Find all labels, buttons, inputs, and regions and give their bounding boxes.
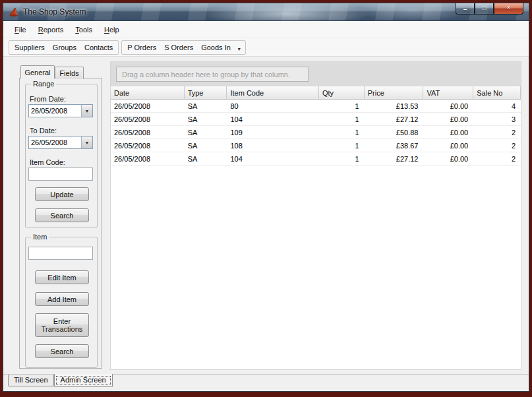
tab-general[interactable]: General (20, 65, 55, 78)
column-header-date[interactable]: Date (111, 86, 185, 99)
table-cell: £13.53 (365, 100, 424, 112)
table-cell: 2 (473, 126, 521, 138)
table-row[interactable]: 26/05/2008SA1081£38.67£0.002 (111, 139, 521, 152)
enter-transactions-button[interactable]: Enter Transactions (35, 313, 89, 337)
item-group: Item Edit Item Add Item Enter Transactio… (25, 237, 98, 368)
table-cell: SA (185, 139, 227, 152)
table-cell: £27.12 (365, 113, 424, 125)
add-item-button[interactable]: Add Item (35, 292, 89, 306)
table-cell: 26/05/2008 (111, 152, 185, 165)
table-cell: £38.67 (365, 139, 424, 152)
table-cell: SA (185, 100, 227, 112)
table-cell: 1 (319, 139, 365, 152)
window-controls: – □ × (456, 3, 523, 15)
sidebar-panel: General Fields Range From Date: ▼ To Dat… (3, 57, 109, 374)
close-button[interactable]: × (494, 3, 523, 15)
table-cell: 80 (227, 100, 319, 112)
table-cell: 1 (319, 126, 365, 138)
item-code-label: Item Code: (30, 158, 65, 166)
table-cell: £0.00 (423, 139, 473, 152)
title-bar[interactable]: The Shop System – □ × (3, 3, 529, 21)
contacts-button[interactable]: Contacts (80, 42, 117, 53)
from-date-label: From Date: (30, 95, 66, 103)
group-by-hint: Drag a column header here to group by th… (116, 67, 309, 82)
edit-item-button[interactable]: Edit Item (35, 270, 89, 284)
range-search-button[interactable]: Search (35, 208, 89, 222)
column-header-price[interactable]: Price (365, 86, 424, 99)
grid-body: 26/05/2008SA801£13.53£0.00426/05/2008SA1… (111, 100, 521, 369)
table-row[interactable]: 26/05/2008SA801£13.53£0.004 (111, 100, 521, 113)
table-row[interactable]: 26/05/2008SA1091£50.88£0.002 (111, 126, 521, 139)
item-code-input[interactable] (28, 168, 93, 181)
chevron-down-icon: ▾ (238, 47, 241, 51)
tab-till-screen[interactable]: Till Screen (8, 375, 54, 386)
tab-fields[interactable]: Fields (55, 67, 84, 79)
minimize-button[interactable]: – (456, 3, 475, 15)
menu-item-help[interactable]: Help (98, 23, 125, 36)
range-group: Range From Date: ▼ To Date: ▼ Item Code: (25, 84, 98, 228)
table-cell: 4 (473, 100, 521, 112)
menu-item-reports[interactable]: Reports (32, 23, 70, 36)
to-date-input[interactable] (29, 137, 81, 148)
toolbar-overflow-button[interactable]: ▾ (235, 44, 244, 51)
table-cell: £0.00 (423, 100, 473, 112)
from-date-input[interactable] (29, 105, 81, 117)
menu-item-tools[interactable]: Tools (69, 23, 98, 36)
item-group-title: Item (31, 233, 49, 241)
menu-item-file[interactable]: File (9, 23, 32, 36)
to-date-combo: ▼ (28, 136, 93, 149)
table-row[interactable]: 26/05/2008SA1041£27.12£0.003 (111, 113, 521, 126)
maximize-icon: □ (482, 5, 486, 11)
group-by-bar[interactable]: Drag a column header here to group by th… (111, 62, 521, 86)
column-header-sale-no[interactable]: Sale No (473, 86, 521, 99)
item-input[interactable] (28, 247, 93, 260)
window-frame: The Shop System – □ × File Reports Tools… (0, 0, 532, 397)
sidebar-tab-page: Range From Date: ▼ To Date: ▼ Item Code: (19, 78, 102, 369)
app-icon (9, 7, 19, 17)
suppliers-button[interactable]: Suppliers (11, 42, 49, 53)
data-grid: Drag a column header here to group by th… (110, 61, 521, 370)
update-button[interactable]: Update (35, 187, 89, 201)
table-cell: SA (185, 113, 227, 125)
toolbar-group-orders: P Orders S Orders Goods In ▾ (121, 40, 245, 55)
table-cell: 2 (473, 139, 521, 152)
menu-bar: File Reports Tools Help (3, 21, 529, 38)
table-cell: £0.00 (423, 113, 473, 125)
table-cell: £50.88 (365, 126, 424, 138)
chevron-down-icon: ▼ (85, 140, 90, 145)
table-cell: 1 (319, 152, 365, 165)
column-header-type[interactable]: Type (185, 86, 227, 99)
item-search-button[interactable]: Search (35, 344, 89, 358)
chevron-down-icon: ▼ (85, 109, 90, 113)
table-cell: £0.00 (423, 152, 473, 165)
table-cell: 26/05/2008 (111, 126, 185, 138)
tab-admin-screen[interactable]: Admin Screen (54, 374, 113, 387)
from-date-dropdown-button[interactable]: ▼ (81, 105, 92, 117)
table-cell: 1 (319, 100, 365, 112)
s-orders-button[interactable]: S Orders (160, 42, 197, 53)
p-orders-button[interactable]: P Orders (123, 42, 160, 53)
table-cell: 108 (227, 139, 319, 152)
column-header-qty[interactable]: Qty (319, 86, 365, 99)
app-window: The Shop System – □ × File Reports Tools… (3, 3, 529, 392)
bottom-tab-strip: Till Screen Admin Screen (3, 374, 529, 391)
table-row[interactable]: 26/05/2008SA1041£27.12£0.002 (111, 152, 521, 166)
close-icon: × (507, 5, 511, 11)
table-cell: £0.00 (423, 126, 473, 138)
column-header-item-code[interactable]: Item Code (227, 86, 319, 99)
table-cell: 26/05/2008 (111, 100, 185, 112)
column-header-vat[interactable]: VAT (423, 86, 473, 99)
minimize-icon: – (463, 7, 467, 13)
groups-button[interactable]: Groups (49, 42, 80, 53)
table-cell: 2 (473, 152, 521, 165)
goods-in-button[interactable]: Goods In (197, 42, 235, 53)
range-group-title: Range (31, 80, 56, 88)
table-cell: 3 (473, 113, 521, 125)
to-date-dropdown-button[interactable]: ▼ (81, 137, 92, 148)
to-date-label: To Date: (30, 127, 57, 135)
table-cell: 104 (227, 152, 319, 165)
maximize-button[interactable]: □ (475, 3, 494, 15)
table-cell: 104 (227, 113, 319, 125)
from-date-combo: ▼ (28, 104, 93, 117)
grid-header-row: Date Type Item Code Qty Price VAT Sale N… (111, 86, 521, 100)
